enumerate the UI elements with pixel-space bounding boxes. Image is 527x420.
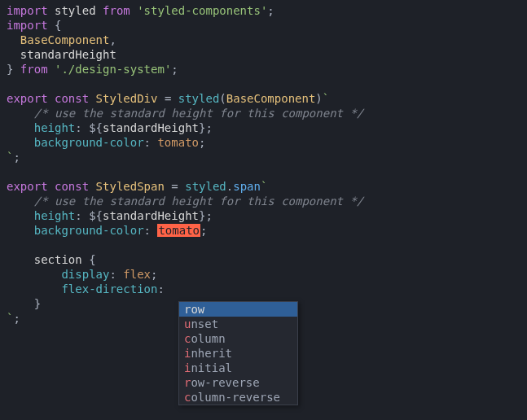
autocomplete-item[interactable]: row [179,302,297,317]
autocomplete-item[interactable]: unset [179,317,297,331]
autocomplete-item[interactable]: row-reverse [179,375,297,390]
autocomplete-popup[interactable]: rowunsetcolumninheritinitialrow-reversec… [178,301,298,405]
code-editor[interactable]: import styled from 'styled-components'; … [7,3,527,326]
code-line: background-color: tomato; [7,223,527,238]
highlighted-token: tomato [157,224,200,237]
code-line: export const StyledDiv = styled(BaseComp… [7,91,527,106]
autocomplete-item[interactable]: column [179,331,297,346]
code-line: height: ${standardHeight}; [7,120,527,135]
code-line: /* use the standard height for this comp… [7,106,527,120]
code-line: /* use the standard height for this comp… [7,194,527,208]
code-line: import styled from 'styled-components'; [7,3,527,18]
code-line [7,164,527,179]
code-line: flex-direction: [7,282,527,296]
code-line: BaseComponent, [7,33,527,47]
code-line [7,238,527,252]
code-line [7,77,527,91]
code-line: background-color: tomato; [7,135,527,150]
autocomplete-item[interactable]: column-reverse [179,390,297,405]
code-line: } from './design-system'; [7,62,527,77]
autocomplete-item[interactable]: initial [179,361,297,375]
code-line: import { [7,18,527,33]
code-line: export const StyledSpan = styled.span` [7,179,527,194]
code-line: section { [7,252,527,267]
autocomplete-item[interactable]: inherit [179,346,297,361]
code-line: standardHeight [7,47,527,62]
code-line: display: flex; [7,267,527,282]
code-line: height: ${standardHeight}; [7,208,527,223]
code-line: `; [7,150,527,164]
